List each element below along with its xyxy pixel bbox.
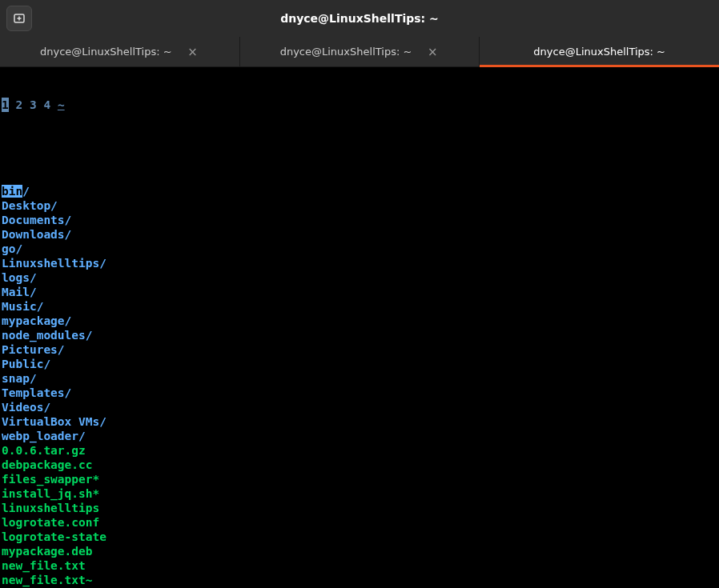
list-item[interactable]: snap/ <box>2 371 717 386</box>
item-name: linuxshelltips <box>2 502 99 514</box>
item-suffix: * <box>93 487 100 500</box>
nav-row: 1 2 3 4 ~ <box>2 98 717 112</box>
terminal-content[interactable]: 1 2 3 4 ~ bin/Desktop/Documents/Download… <box>0 67 719 588</box>
blank-line <box>2 141 717 155</box>
item-name: go <box>2 242 15 255</box>
list-item[interactable]: Pictures/ <box>2 342 717 357</box>
nav-item-3[interactable]: 3 <box>30 98 37 112</box>
list-item[interactable]: Music/ <box>2 299 717 314</box>
item-name: snap <box>2 372 30 385</box>
item-suffix: / <box>37 300 44 313</box>
item-name: Documents <box>2 214 65 226</box>
item-suffix: * <box>93 473 100 486</box>
close-icon[interactable]: × <box>426 45 439 59</box>
tab-1[interactable]: dnyce@LinuxShellTips: ~× <box>240 37 480 66</box>
window-titlebar: dnyce@LinuxShellTips: ~ <box>0 0 719 37</box>
list-item[interactable]: VirtualBox VMs/ <box>2 414 717 429</box>
tab-label: dnyce@LinuxShellTips: ~ <box>40 46 172 58</box>
item-name: Pictures <box>2 343 58 356</box>
list-item[interactable]: logrotate-state <box>2 530 717 544</box>
item-name: VirtualBox VMs <box>2 415 99 428</box>
item-name: Templates <box>2 386 65 399</box>
item-name: mypackage.deb <box>2 545 93 558</box>
list-item[interactable]: webp_loader/ <box>2 429 717 443</box>
item-name: Mail <box>2 286 30 298</box>
item-name: logrotate-state <box>2 530 106 543</box>
item-name: debpackage.cc <box>2 458 93 471</box>
list-item[interactable]: Documents/ <box>2 213 717 227</box>
item-suffix: / <box>50 199 58 212</box>
item-name: mypackage <box>2 314 65 327</box>
tab-label: dnyce@LinuxShellTips: ~ <box>533 46 665 58</box>
list-item[interactable]: Desktop/ <box>2 198 717 213</box>
item-suffix: / <box>15 242 22 255</box>
close-icon[interactable]: × <box>187 45 199 59</box>
list-item[interactable]: bin/ <box>2 184 717 198</box>
item-name: webp_loader <box>2 430 78 442</box>
item-suffix: / <box>65 228 72 241</box>
item-suffix: / <box>99 257 106 270</box>
list-item[interactable]: go/ <box>2 242 717 256</box>
item-suffix: / <box>78 430 86 442</box>
nav-path: ~ <box>58 98 65 112</box>
list-item[interactable]: files_swapper* <box>2 472 717 486</box>
item-name: new_file.txt <box>2 559 86 572</box>
tab-bar: dnyce@LinuxShellTips: ~×dnyce@LinuxShell… <box>0 37 719 67</box>
list-item[interactable]: Linuxshelltips/ <box>2 256 717 270</box>
list-item[interactable]: Mail/ <box>2 285 717 299</box>
list-item[interactable]: logrotate.conf <box>2 515 717 530</box>
item-suffix: / <box>30 372 37 385</box>
nav-item-2[interactable]: 2 <box>15 98 22 112</box>
item-name: Videos <box>2 401 43 414</box>
list-item[interactable]: debpackage.cc <box>2 458 717 472</box>
list-item[interactable]: 0.0.6.tar.gz <box>2 443 717 458</box>
list-item[interactable]: install_jq.sh* <box>2 486 717 501</box>
item-name: new_file.txt~ <box>2 574 93 586</box>
list-item[interactable]: Downloads/ <box>2 227 717 242</box>
item-name: Downloads <box>2 228 65 241</box>
item-suffix: / <box>43 358 50 370</box>
nav-item-1[interactable]: 1 <box>2 98 9 112</box>
item-name: install_jq.sh <box>2 487 93 500</box>
item-name: Desktop <box>2 199 50 212</box>
item-suffix: / <box>99 415 106 428</box>
file-listing: bin/Desktop/Documents/Downloads/go/Linux… <box>2 184 717 588</box>
item-suffix: / <box>86 329 93 342</box>
list-item[interactable]: Templates/ <box>2 386 717 400</box>
item-suffix: / <box>43 401 50 414</box>
item-suffix: / <box>22 185 30 198</box>
list-item[interactable]: linuxshelltips <box>2 501 717 515</box>
nav-item-4[interactable]: 4 <box>43 98 50 112</box>
item-suffix: / <box>65 214 72 226</box>
new-tab-button[interactable] <box>6 6 32 31</box>
new-tab-icon <box>13 12 26 25</box>
item-suffix: / <box>65 314 72 327</box>
list-item[interactable]: new_file.txt <box>2 558 717 573</box>
item-suffix: / <box>30 271 37 284</box>
item-suffix: / <box>30 286 37 298</box>
list-item[interactable]: Videos/ <box>2 400 717 414</box>
list-item[interactable]: mypackage/ <box>2 314 717 328</box>
item-name: Music <box>2 300 37 313</box>
item-name: logs <box>2 271 30 284</box>
item-name: logrotate.conf <box>2 516 99 529</box>
tab-0[interactable]: dnyce@LinuxShellTips: ~× <box>0 37 240 66</box>
list-item[interactable]: node_modules/ <box>2 328 717 342</box>
item-name: Linuxshelltips <box>2 257 99 270</box>
tab-label: dnyce@LinuxShellTips: ~ <box>280 46 412 58</box>
item-name: bin <box>2 185 22 198</box>
tab-2[interactable]: dnyce@LinuxShellTips: ~ <box>480 37 719 66</box>
list-item[interactable]: Public/ <box>2 357 717 371</box>
list-item[interactable]: logs/ <box>2 270 717 285</box>
item-suffix: / <box>65 386 72 399</box>
item-name: node_modules <box>2 329 86 342</box>
list-item[interactable]: mypackage.deb <box>2 544 717 558</box>
item-name: Public <box>2 358 43 370</box>
window-title: dnyce@LinuxShellTips: ~ <box>280 12 439 25</box>
item-name: 0.0.6.tar.gz <box>2 444 86 457</box>
list-item[interactable]: new_file.txt~ <box>2 573 717 587</box>
item-name: files_swapper <box>2 473 93 486</box>
item-suffix: / <box>58 343 65 356</box>
